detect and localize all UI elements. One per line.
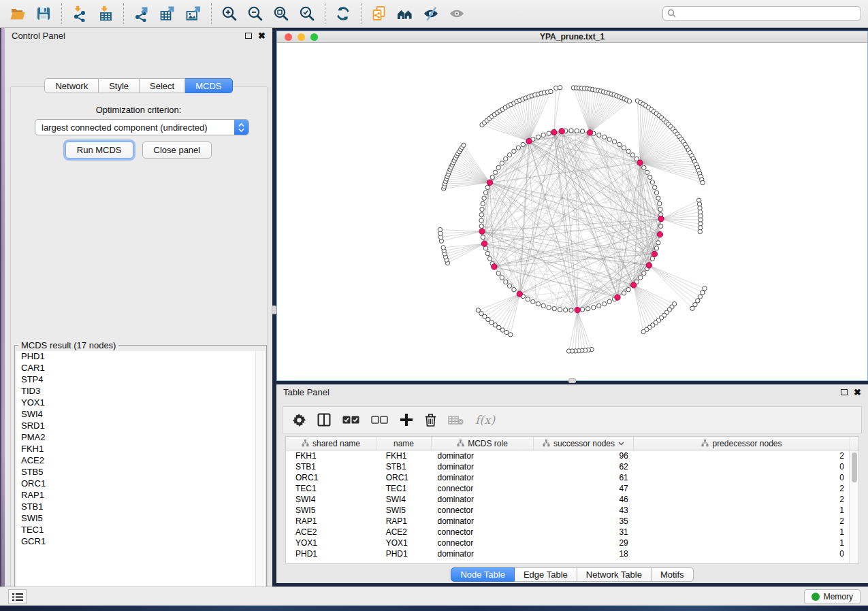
table-cell[interactable]: dominator [432,548,534,559]
table-cell[interactable]: 61 [533,472,633,483]
show-all-button[interactable] [447,4,466,23]
table-cell[interactable]: 46 [533,494,633,505]
window-close-light[interactable] [285,33,292,41]
table-scrollbar[interactable] [849,450,858,563]
network-canvas[interactable] [277,43,867,380]
table-cell[interactable]: TEC1 [376,483,432,494]
tab-style[interactable]: Style [99,78,140,93]
table-cell[interactable]: FKH1 [376,450,432,461]
select-all-button[interactable] [342,416,359,425]
table-cell[interactable]: STB1 [286,461,376,472]
mcds-result-item[interactable]: ORC1 [16,478,255,490]
table-row[interactable]: STB1STB1dominator620 [286,461,849,472]
mcds-result-item[interactable]: TID3 [16,386,255,397]
table-cell[interactable]: dominator [432,450,534,461]
table-cell[interactable]: ORC1 [286,472,376,483]
graph-node[interactable] [521,142,525,146]
task-history-button[interactable] [8,589,27,604]
graph-hub-node[interactable] [479,229,485,234]
table-cell[interactable]: dominator [432,516,534,527]
table-cell[interactable]: 29 [533,538,633,548]
deselect-all-button[interactable] [371,416,388,425]
graph-node[interactable] [500,161,504,165]
graph-node[interactable] [607,299,611,303]
column-header-name[interactable]: name [376,437,432,450]
export-network-button[interactable] [132,4,151,23]
table-cell[interactable]: SWI5 [376,505,432,516]
table-cell[interactable]: 2 [633,483,849,494]
graph-satellite-node[interactable] [698,229,702,233]
table-cell[interactable]: YOX1 [376,538,432,548]
table-cell[interactable]: dominator [432,494,534,505]
graph-node[interactable] [504,156,508,161]
graph-hub-node[interactable] [637,160,643,165]
table-cell[interactable]: 35 [533,516,633,527]
apply-layout-button[interactable] [334,4,353,23]
show-columns-button[interactable] [317,413,331,427]
graph-node[interactable] [526,297,530,301]
table-cell[interactable]: TEC1 [286,483,376,494]
add-column-button[interactable] [400,413,413,427]
tab-select[interactable]: Select [140,78,185,93]
table-cell[interactable]: SWI5 [286,505,376,516]
table-cell[interactable]: PHD1 [376,548,432,559]
graph-satellite-node[interactable] [693,303,697,307]
mcds-result-item[interactable]: CAR1 [16,363,255,374]
delete-column-button[interactable] [425,413,436,427]
graph-node[interactable] [642,271,646,275]
graph-satellite-node[interactable] [627,99,631,103]
graph-node[interactable] [547,131,551,135]
column-header-MCDS-role[interactable]: MCDS role [432,437,534,450]
graph-satellite-node[interactable] [438,227,442,231]
graph-node[interactable] [612,139,616,144]
graph-hub-node[interactable] [631,282,637,288]
graph-node[interactable] [569,129,573,133]
graph-node[interactable] [536,302,540,306]
table-settings-button[interactable] [293,414,306,427]
graph-hub-node[interactable] [517,291,522,297]
graph-node[interactable] [493,170,497,174]
graph-node[interactable] [541,303,545,308]
graph-node[interactable] [602,135,606,139]
run-mcds-button[interactable]: Run MCDS [65,142,133,159]
table-cell[interactable]: 0 [633,548,849,559]
graph-hub-node[interactable] [551,129,557,135]
graph-node[interactable] [564,308,568,312]
table-cell[interactable]: SWI4 [376,494,432,505]
graph-hub-node[interactable] [481,241,487,246]
mcds-result-item[interactable]: SRD1 [16,420,255,432]
search-input[interactable] [662,6,861,21]
zoom-in-button[interactable] [220,4,239,23]
graph-node[interactable] [500,276,504,280]
graph-satellite-node[interactable] [641,329,645,333]
mcds-result-item[interactable]: GCR1 [16,536,255,548]
memory-button[interactable]: Memory [804,589,861,604]
graph-satellite-node[interactable] [509,333,513,337]
graph-node[interactable] [607,137,611,141]
table-cell[interactable]: 1 [633,505,849,516]
graph-node[interactable] [602,302,606,306]
graph-node[interactable] [597,133,601,137]
new-network-from-selection-button[interactable] [370,4,389,23]
graph-satellite-node[interactable] [690,306,694,310]
mcds-result-item[interactable]: ACE2 [16,455,255,467]
network-window-titlebar[interactable]: YPA_prune.txt_1 [277,31,867,43]
table-cell[interactable]: SWI4 [286,494,376,505]
graph-satellite-node[interactable] [441,246,445,250]
table-cell[interactable]: dominator [432,472,534,483]
graph-node[interactable] [482,196,486,200]
graph-node[interactable] [580,129,584,133]
zoom-out-button[interactable] [246,4,265,23]
mcds-result-item[interactable]: STB1 [16,501,255,513]
graph-node[interactable] [496,271,500,275]
graph-node[interactable] [536,135,540,139]
graph-satellite-node[interactable] [701,291,705,295]
table-cell[interactable]: connector [432,505,534,516]
tab-network-table[interactable]: Network Table [577,567,652,582]
graph-hub-node[interactable] [526,138,532,144]
graph-node[interactable] [648,175,652,179]
table-cell[interactable]: 62 [533,461,633,472]
close-table-panel-icon[interactable]: ✖ [854,389,861,396]
table-row[interactable]: ORC1ORC1dominator610 [286,472,849,483]
graph-satellite-node[interactable] [696,299,700,303]
